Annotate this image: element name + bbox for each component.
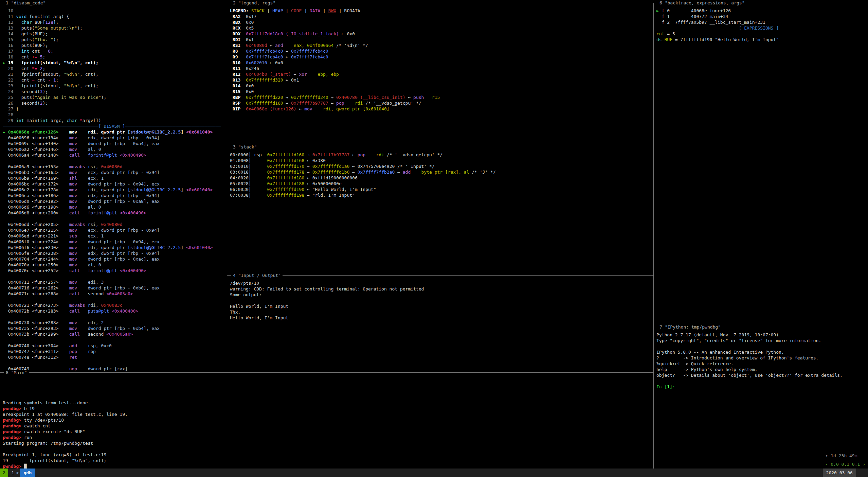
terminal-line: ► f 0 40068e func+126 bbox=[656, 8, 868, 14]
terminal-line: R15 0x0 bbox=[230, 89, 653, 94]
pane-body-main: Reading symbols from test...done.pwndbg>… bbox=[3, 377, 653, 469]
terminal-line: f 1 400772 main+34 bbox=[656, 14, 868, 19]
terminal-line: pwndbg> cwatch cnt bbox=[3, 423, 653, 429]
terminal-line bbox=[3, 216, 227, 222]
terminal-line: 22 cnt = cnt - 1; bbox=[3, 77, 227, 83]
terminal-line bbox=[3, 314, 227, 320]
tmux-screen: 1 "disasm_code" 10 11 void func(int arg)… bbox=[0, 0, 868, 477]
terminal-line: 0x40071c <func+268> call second <0x4005a… bbox=[3, 291, 227, 297]
terminal-line: 15 puts("Thx. "); bbox=[3, 37, 227, 42]
terminal-line: 21 fprintf(stdout, "%d\n", cnt); bbox=[3, 71, 227, 77]
terminal-line: 0x400721 <func+273> movabs rdi, 0x40083c bbox=[3, 302, 227, 308]
terminal-line: Breakpoint 1, func (arg=5) at test.c:19 bbox=[3, 452, 653, 458]
pane-body-backtrace: ► f 0 40068e func+126 f 1 400772 main+34… bbox=[656, 8, 868, 327]
terminal-line: 24 second(3); bbox=[3, 89, 227, 94]
terminal-line: R14 0x0 bbox=[230, 83, 653, 89]
terminal-line: RBP 0x7fffffffd220 → 0x7fffffffd240 → 0x… bbox=[230, 94, 653, 100]
terminal-line: 12 char BUF[128]; bbox=[3, 19, 227, 25]
terminal-line: 0x400735 <func+293> mov dword ptr [rbp -… bbox=[3, 325, 227, 331]
terminal-line: object? -> Details about 'object', use '… bbox=[656, 372, 868, 378]
terminal-line: 04:0020│ 0x7fffffffd180 ← 0xfffd19000000… bbox=[230, 175, 653, 181]
terminal-line: 00:0000│ rsp 0x7fffffffd160 → 0x7ffff7b9… bbox=[230, 152, 653, 158]
pane-body-io: /dev/pts/10warning: GDB: Failed to set c… bbox=[230, 280, 653, 372]
terminal-line: 0x400696 <func+134> mov edx, dword ptr [… bbox=[3, 135, 227, 141]
terminal-line bbox=[3, 394, 653, 400]
terminal-line bbox=[3, 337, 227, 343]
terminal-line: ────────────────────────────────────[ DI… bbox=[3, 123, 227, 129]
terminal-line: Hello World, I'm Input bbox=[230, 303, 653, 309]
pane-title: 6 "backtrace, expressions, args" bbox=[658, 0, 746, 6]
terminal-line: 0x4006bc <func+172> mov dword ptr [rbp -… bbox=[3, 181, 227, 187]
terminal-line: RAX 0x17 bbox=[230, 14, 653, 19]
pane-title: 7 "IPython: tmp/pwndbg" bbox=[658, 324, 722, 330]
terminal-line: Reading symbols from test...done. bbox=[3, 400, 653, 406]
terminal-line: ───────────────────────────────[ EXPRESS… bbox=[656, 25, 868, 31]
terminal-line: 25 puts("Again as it was so nice"); bbox=[3, 94, 227, 100]
session-badge[interactable]: 2 bbox=[0, 469, 8, 477]
pane-title: 8 "Main" bbox=[4, 370, 29, 375]
tmux-status-bar: 2 1 > gdb ↑ 1d 23h 49m ‹ 0.0 0.1 0.1 › 2… bbox=[0, 469, 868, 477]
terminal-line: 07:0038│ 0x7fffffffd198 ← "rld, I'm Inpu… bbox=[230, 192, 653, 198]
terminal-line: 05:0028│ 0x7fffffffd188 ← 0x50000000e bbox=[230, 181, 653, 187]
terminal-line: pwndbg> tty /dev/pts/10 bbox=[3, 417, 653, 423]
terminal-line bbox=[3, 377, 653, 383]
terminal-line: 0x4006c2 <func+178> mov rdi, qword ptr [… bbox=[3, 187, 227, 193]
terminal-line: 0x4006e7 <func+215> mov ecx, dword ptr [… bbox=[3, 227, 227, 233]
terminal-line: 0x4006dd <func+205> movabs rsi, 0x40080d bbox=[3, 222, 227, 227]
terminal-line bbox=[230, 298, 653, 303]
terminal-line: 26 second(2); bbox=[3, 100, 227, 106]
terminal-line: RCX 0x5 bbox=[230, 25, 653, 31]
terminal-line: 0x4006fe <func+238> mov edx, dword ptr [… bbox=[3, 250, 227, 256]
terminal-line: 0x400730 <func+288> mov edi, 2 bbox=[3, 320, 227, 325]
pane-stack[interactable]: 3 "stack" 00:0000│ rsp 0x7fffffffd160 → … bbox=[227, 147, 653, 275]
terminal-line: 0x4006a4 <func+148> call fprintf@plt <0x… bbox=[3, 152, 227, 158]
pane-disasm-code[interactable]: 1 "disasm_code" 10 11 void func(int arg)… bbox=[0, 3, 227, 372]
terminal-line: IPython 5.8.0 -- An enhanced Interactive… bbox=[656, 349, 868, 355]
terminal-line: 23 fprintf(stdout, "%d\n", cnt); bbox=[3, 83, 227, 89]
terminal-line: 0x4006a9 <func+153> movabs rsi, 0x40080d bbox=[3, 164, 227, 170]
terminal-line bbox=[3, 388, 653, 394]
load-average: ‹ 0.0 0.1 0.1 › bbox=[823, 460, 868, 469]
terminal-line: Type "copyright", "credits" or "license"… bbox=[656, 338, 868, 343]
terminal-line bbox=[3, 446, 653, 452]
terminal-line: /dev/pts/10 bbox=[230, 280, 653, 286]
pane-body-disasm: 10 11 void func(int arg) { 12 char BUF[1… bbox=[3, 8, 227, 372]
terminal-line bbox=[3, 360, 227, 366]
pane-title: 3 "stack" bbox=[231, 144, 258, 150]
terminal-line: 0x4006b9 <func+169> shl ecx, 1 bbox=[3, 175, 227, 181]
terminal-line: 0x4006b3 <func+163> mov ecx, dword ptr [… bbox=[3, 170, 227, 175]
chevron-right-icon: > bbox=[16, 469, 20, 477]
terminal-line: 27 } bbox=[3, 106, 227, 112]
terminal-line: 0x40070a <func+250> mov al, 0 bbox=[3, 262, 227, 268]
terminal-line: R13 0x7fffffffd320 ← 0x1 bbox=[230, 77, 653, 83]
pane-legend-regs[interactable]: 2 "legend, regs" LEGEND: STACK | HEAP | … bbox=[227, 3, 653, 147]
terminal-line: R10 0x602010 ← 0x0 bbox=[230, 60, 653, 66]
pane-main-gdb-console[interactable]: 8 "Main" Reading symbols from test...don… bbox=[0, 372, 653, 469]
terminal-line: 06:0030│ 0x7fffffffd190 ← "Hello World, … bbox=[230, 187, 653, 192]
terminal-line: 0x400716 <func+262> mov dword ptr [rbp -… bbox=[3, 285, 227, 291]
terminal-line bbox=[656, 343, 868, 349]
terminal-line: 0x4006ed <func+221> sub ecx, 1 bbox=[3, 233, 227, 239]
terminal-line: 0x400704 <func+244> mov dword ptr [rbp -… bbox=[3, 256, 227, 262]
pane-input-output[interactable]: 4 "Input / Output" /dev/pts/10warning: G… bbox=[227, 275, 653, 372]
terminal-line: 0x40073b <func+299> call second <0x4005a… bbox=[3, 331, 227, 337]
terminal-line: RSI 0x40080d ← and eax, 0x4f000a64 /* '%… bbox=[230, 42, 653, 48]
terminal-line: Breakpoint 1 at 0x40068e: file test.c, l… bbox=[3, 411, 653, 417]
terminal-line: f 2 7ffff7a05b97 __libc_start_main+231 bbox=[656, 19, 868, 25]
terminal-line: Some output: bbox=[230, 292, 653, 298]
terminal-line: RBX 0x0 bbox=[230, 19, 653, 25]
terminal-line: pwndbg> █ bbox=[3, 463, 653, 469]
terminal-line: ► 19 fprintf(stdout, "%d\n", cnt); bbox=[3, 60, 227, 66]
terminal-line: 10 bbox=[3, 8, 227, 14]
pane-backtrace-expressions[interactable]: 6 "backtrace, expressions, args" ► f 0 4… bbox=[653, 3, 868, 327]
terminal-line: RDX 0x7ffff7dd18c0 (_IO_stdfile_1_lock) … bbox=[230, 31, 653, 37]
terminal-line: LEGEND: STACK | HEAP | CODE | DATA | RWX… bbox=[230, 8, 653, 14]
terminal-line: pwndbg> run bbox=[3, 435, 653, 440]
pane-title: 1 "disasm_code" bbox=[4, 0, 47, 6]
terminal-line: Python 2.7.17 (default, Nov 7 2019, 10:0… bbox=[656, 332, 868, 338]
terminal-line: 0x400747 <func+311> pop rbp bbox=[3, 349, 227, 354]
terminal-line: Hello World, I'm Input bbox=[230, 315, 653, 321]
terminal-line: 0x400748 <func+312> ret bbox=[3, 354, 227, 360]
terminal-line: pwndbg> b 19 bbox=[3, 406, 653, 411]
window-name-gdb[interactable]: gdb bbox=[20, 469, 35, 477]
